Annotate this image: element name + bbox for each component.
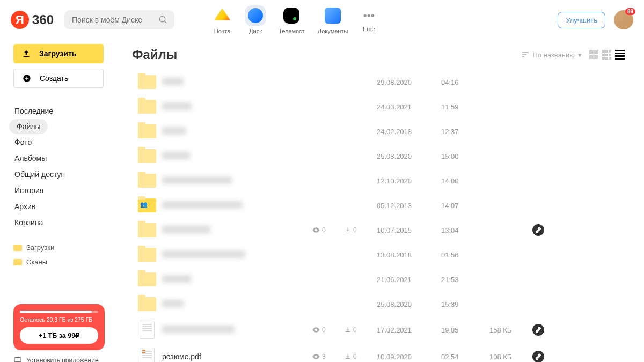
laptop-icon	[13, 357, 22, 362]
nav-photo[interactable]: Фото	[9, 134, 106, 150]
file-date: 25.08.2020	[377, 300, 441, 308]
disk-icon	[248, 8, 263, 23]
file-list: x29.08.202004:16x24.03.202111:59x24.02.2…	[132, 70, 625, 362]
file-time: 15:00	[441, 152, 489, 160]
folder-icon	[138, 272, 156, 286]
file-row[interactable]: x0017.02.202119:05158 КБ	[132, 316, 625, 343]
telemost-icon	[283, 8, 299, 24]
nav-history[interactable]: История	[9, 182, 106, 198]
file-views: 0	[312, 326, 345, 334]
install-app-link[interactable]: Установить приложение	[13, 350, 106, 362]
folder-icon	[138, 149, 156, 163]
svg-line-1	[164, 21, 166, 23]
file-time: 13:04	[441, 226, 489, 234]
file-name: x	[162, 127, 312, 136]
nav-archive[interactable]: Архив	[9, 198, 106, 215]
nav: Последние Файлы Фото Альбомы Общий досту…	[13, 103, 106, 231]
nav-recent[interactable]: Последние	[9, 103, 106, 119]
file-date: 13.08.2018	[377, 251, 441, 259]
nav-trash[interactable]: Корзина	[9, 215, 106, 231]
sort-dropdown[interactable]: По названию ▾	[522, 51, 582, 59]
nav-files[interactable]: Файлы	[9, 119, 48, 134]
avatar-badge: 89	[625, 8, 635, 15]
folder-icon	[138, 124, 156, 138]
file-downloads: 0	[345, 353, 377, 360]
file-name: x	[162, 275, 312, 284]
file-time: 19:05	[441, 326, 489, 334]
view-large-tiles[interactable]	[589, 50, 599, 60]
folder-icon	[13, 259, 22, 265]
service-telemost[interactable]: Телемост	[279, 5, 305, 34]
file-views: 0	[312, 226, 345, 234]
file-date: 10.09.2020	[377, 353, 441, 361]
page-title: Файлы	[132, 47, 177, 62]
view-controls: По названию ▾	[522, 50, 625, 60]
file-time: 21:53	[441, 276, 489, 284]
folder-icon	[13, 245, 22, 251]
file-time: 14:07	[441, 202, 489, 210]
file-row[interactable]: x21.06.202121:53	[132, 267, 625, 292]
folder-icon	[138, 248, 156, 262]
file-row[interactable]: x0010.07.201513:04	[132, 218, 625, 242]
service-mail[interactable]: Почта	[212, 5, 232, 34]
file-link	[532, 351, 548, 362]
upload-button[interactable]: Загрузить	[13, 44, 104, 63]
file-name: x	[162, 250, 312, 259]
file-row[interactable]: резюме.pdf3010.09.202002:54108 КБ	[132, 343, 625, 362]
document-icon	[140, 348, 155, 362]
file-row[interactable]: x24.03.202111:59	[132, 94, 625, 119]
view-small-tiles[interactable]	[602, 50, 612, 60]
file-time: 11:59	[441, 103, 489, 111]
file-row[interactable]: x25.08.202015:00	[132, 144, 625, 168]
link-icon[interactable]	[532, 324, 544, 336]
file-views: 3	[312, 353, 345, 360]
file-date: 10.07.2015	[377, 226, 441, 234]
file-time: 14:00	[441, 177, 489, 185]
file-row[interactable]: x13.08.201801:56	[132, 242, 625, 267]
search-box	[64, 10, 174, 29]
header: Я 360 Почта Диск Телемост Документы ••• …	[0, 0, 644, 40]
main: Файлы По названию ▾ x29.08.202004:16x24.…	[117, 40, 644, 362]
chevron-down-icon: ▾	[578, 51, 582, 59]
storage-cta-button[interactable]: +1 ТБ за 99₽	[20, 327, 98, 344]
link-icon[interactable]	[532, 224, 544, 236]
file-name: резюме.pdf	[162, 352, 312, 361]
nav-albums[interactable]: Альбомы	[9, 150, 106, 166]
file-date: 25.08.2020	[377, 152, 441, 160]
more-icon: •••	[361, 8, 377, 24]
file-name: x	[162, 201, 312, 210]
file-row[interactable]: x24.02.201812:37	[132, 119, 625, 144]
file-name: x	[162, 226, 312, 234]
folder-downloads[interactable]: Загрузки	[13, 240, 106, 255]
file-downloads: 0	[345, 326, 377, 334]
file-date: 24.02.2018	[377, 128, 441, 136]
create-button[interactable]: Создать	[13, 69, 104, 88]
search-icon[interactable]	[158, 15, 168, 25]
header-right: Улучшить 89	[558, 10, 633, 29]
document-icon	[140, 321, 155, 339]
service-more[interactable]: ••• Ещё	[361, 8, 377, 32]
logo[interactable]: Я 360	[11, 11, 54, 29]
file-row[interactable]: x29.08.202004:16	[132, 70, 625, 94]
service-documents[interactable]: Документы	[318, 5, 348, 34]
nav-shared[interactable]: Общий доступ	[9, 166, 106, 182]
upload-icon	[22, 49, 31, 58]
file-size: 158 КБ	[489, 326, 532, 334]
service-disk[interactable]: Диск	[245, 5, 266, 34]
avatar[interactable]: 89	[614, 10, 633, 29]
file-row[interactable]: x25.08.202015:39	[132, 292, 625, 316]
services-bar: Почта Диск Телемост Документы ••• Ещё	[212, 5, 377, 34]
file-date: 12.10.2020	[377, 177, 441, 185]
file-row[interactable]: x12.10.202014:00	[132, 168, 625, 193]
file-row[interactable]: x05.12.201314:07	[132, 193, 625, 218]
storage-bar	[20, 311, 98, 313]
view-list[interactable]	[615, 50, 625, 60]
folder-icon	[138, 297, 156, 311]
upgrade-button[interactable]: Улучшить	[558, 12, 605, 28]
file-date: 17.02.2021	[377, 326, 441, 334]
main-header: Файлы По названию ▾	[132, 47, 625, 62]
folder-scans[interactable]: Сканы	[13, 255, 106, 269]
documents-icon	[325, 8, 341, 24]
link-icon[interactable]	[532, 351, 544, 362]
file-date: 24.03.2021	[377, 103, 441, 111]
